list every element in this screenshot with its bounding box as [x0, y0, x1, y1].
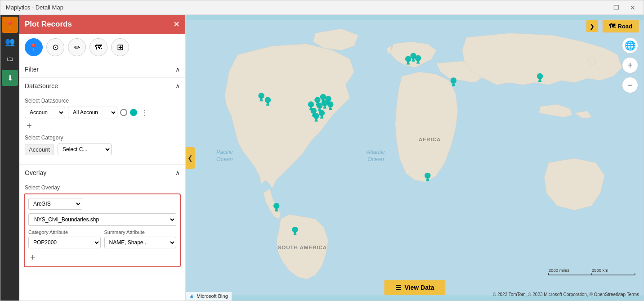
restore-button[interactable]: ❐	[611, 3, 622, 12]
map-area: ❮	[186, 15, 644, 301]
datasource-label: DataSource	[25, 82, 58, 90]
view-data-icon: ☰	[395, 284, 401, 291]
icon-sidebar: 📍 👥 🗂 ⬇	[0, 15, 19, 301]
select-category-label: Select Category	[25, 135, 180, 141]
map-svg: Pacific Ocean Atlantic Ocean SOUTH AMERI…	[186, 15, 644, 301]
datasource-section: DataSource ∧ Select Datasource Accoun Co…	[19, 78, 185, 165]
category-attr-select[interactable]: POP2000 NAME AREA	[28, 237, 101, 248]
datasource-chevron-icon: ∧	[175, 82, 180, 90]
panel-icon-pencil[interactable]: ✏	[68, 38, 86, 56]
location-icon: 📍	[5, 21, 14, 29]
view-select[interactable]: All Accoun Active Accounts My Accounts	[68, 107, 117, 118]
panel-title: Plot Records	[25, 20, 72, 29]
overlay-file-select[interactable]: NYS_Civil_Boundaries.shp US_States.shp W…	[28, 213, 176, 226]
table-icon: ⊞	[117, 42, 124, 52]
entity-select[interactable]: Accoun Contact Lead	[25, 107, 65, 118]
datasource-section-header[interactable]: DataSource ∧	[19, 78, 185, 94]
summary-attr-col: Summary Attribute NAME, Shape... AREA PO…	[104, 229, 177, 248]
globe-button[interactable]: 🌐	[622, 37, 638, 54]
pin-icon: 📍	[29, 43, 38, 52]
select-datasource-label: Select Datasource	[25, 98, 180, 104]
app-window: Maplytics - Detail Map ❐ ✕ 📍 👥 🗂 ⬇	[0, 0, 644, 301]
svg-text:Atlantic: Atlantic	[366, 149, 385, 155]
dot-filled-icon	[130, 109, 137, 116]
add-overlay-button[interactable]: +	[28, 252, 37, 263]
layers-icon: 🗂	[6, 55, 13, 63]
overlay-section: Overlay ∧ Select Overlay ArcGIS Custom N…	[19, 165, 185, 273]
svg-text:Ocean: Ocean	[367, 156, 384, 162]
panel-icons-row: 📍 ⊙ ✏ 🗺 ⊞	[19, 34, 185, 61]
category-attr-label: Category Attribute	[28, 229, 101, 235]
cluster-icon: ⊙	[52, 42, 59, 52]
svg-text:SOUTH AMERICA: SOUTH AMERICA	[278, 245, 327, 250]
overlay-section-header[interactable]: Overlay ∧	[19, 165, 185, 181]
overlay-provider-select[interactable]: ArcGIS Custom None	[28, 198, 82, 210]
overlay-section-body: Select Overlay ArcGIS Custom None NYS_Ci…	[19, 181, 185, 273]
category-select[interactable]: Select C... Industry Type	[58, 144, 112, 155]
svg-text:AFRICA: AFRICA	[419, 137, 441, 142]
windows-taskbar-icon: ⊞	[189, 293, 193, 299]
main-content: 📍 👥 🗂 ⬇ Plot Records ✕ 📍	[0, 15, 644, 301]
panel-icon-cluster[interactable]: ⊙	[46, 38, 64, 56]
summary-attr-select[interactable]: NAME, Shape... AREA POP2000	[104, 237, 177, 248]
collapse-panel-button[interactable]: ❮	[186, 147, 195, 169]
title-bar-controls: ❐ ✕	[611, 3, 638, 12]
map-right-controls: 🌐 + −	[622, 37, 638, 93]
sidebar-btn-location[interactable]: 📍	[2, 17, 18, 33]
datasource-section-body: Select Datasource Accoun Contact Lead Al…	[19, 94, 185, 164]
collapse-icon: ❮	[188, 154, 193, 162]
pencil-icon: ✏	[74, 43, 80, 52]
add-datasource-button[interactable]: +	[25, 120, 34, 131]
window-title: Maplytics - Detail Map	[6, 4, 63, 11]
category-attr-col: Category Attribute POP2000 NAME AREA	[28, 229, 101, 248]
zoom-out-button[interactable]: −	[622, 77, 638, 93]
summary-attr-label: Summary Attribute	[104, 229, 177, 235]
overlay-label: Overlay	[25, 169, 46, 176]
filter-label: Filter	[25, 66, 39, 73]
road-button[interactable]: 🗺 Road	[602, 19, 640, 33]
svg-text:Pacific: Pacific	[216, 149, 233, 155]
title-bar: Maplytics - Detail Map ❐ ✕	[0, 0, 644, 15]
kebab-menu-button[interactable]: ⋮	[140, 108, 149, 117]
svg-text:Ocean: Ocean	[216, 156, 233, 162]
filter-section: Filter ∧	[19, 61, 185, 78]
view-data-button[interactable]: ☰ View Data	[384, 280, 446, 295]
microsoft-bing-text: Microsoft Bing	[197, 293, 228, 299]
sidebar-btn-download[interactable]: ⬇	[2, 70, 18, 86]
overlay-chevron-icon: ∧	[175, 169, 180, 176]
filter-section-header[interactable]: Filter ∧	[19, 61, 185, 77]
road-label: Road	[618, 23, 633, 30]
side-panel: Plot Records ✕ 📍 ⊙ ✏ 🗺 ⊞	[19, 15, 186, 301]
view-data-label: View Data	[405, 284, 434, 291]
category-entity-label: Account	[25, 144, 54, 155]
panel-header: Plot Records ✕	[19, 15, 185, 34]
map-icon: 🗺	[95, 43, 102, 51]
dot-outline-icon	[120, 109, 127, 116]
people-icon: 👥	[5, 37, 15, 47]
svg-text:2000 miles: 2000 miles	[549, 268, 570, 273]
download-icon: ⬇	[7, 74, 13, 82]
overlay-highlighted-box: ArcGIS Custom None NYS_Civil_Boundaries.…	[24, 193, 181, 267]
select-overlay-label: Select Overlay	[25, 184, 180, 191]
svg-text:2500 km: 2500 km	[592, 268, 608, 273]
attr-row: Category Attribute POP2000 NAME AREA Sum…	[28, 229, 176, 248]
expand-icon: ❯	[590, 23, 595, 30]
panel-icon-pin[interactable]: 📍	[25, 38, 43, 56]
category-row: Account Select C... Industry Type	[25, 144, 180, 155]
panel-icon-map[interactable]: 🗺	[89, 38, 107, 56]
sidebar-btn-people[interactable]: 👥	[2, 34, 18, 50]
sidebar-btn-layers[interactable]: 🗂	[2, 51, 18, 67]
panel-icon-table[interactable]: ⊞	[111, 38, 129, 56]
microsoft-bing-label: ⊞ Microsoft Bing	[186, 292, 232, 301]
filter-chevron-icon: ∧	[175, 66, 180, 73]
datasource-row: Accoun Contact Lead All Accoun Active Ac…	[25, 107, 180, 118]
zoom-in-button[interactable]: +	[622, 57, 638, 73]
map-top-right-controls: ❯ 🗺 Road	[586, 19, 640, 33]
road-map-icon: 🗺	[609, 22, 615, 30]
map-copyright: © 2022 TomTom, © 2023 Microsoft Corporat…	[493, 292, 639, 297]
panel-close-button[interactable]: ✕	[173, 19, 180, 29]
close-button[interactable]: ✕	[627, 3, 638, 12]
expand-map-button[interactable]: ❯	[586, 20, 599, 32]
